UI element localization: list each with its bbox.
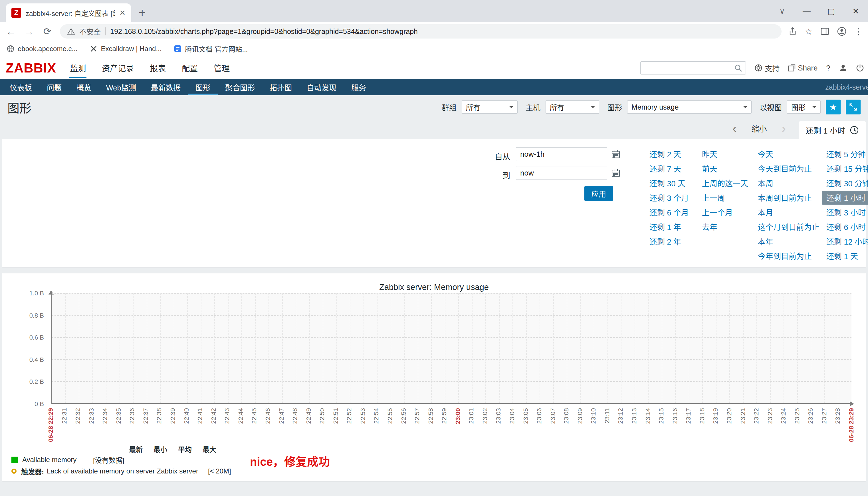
x-tick-label: 23:15	[658, 408, 665, 424]
nav-item-inventory[interactable]: 资产记录	[101, 58, 135, 78]
support-link[interactable]: 支持	[755, 63, 779, 73]
excalidraw-icon	[90, 45, 97, 52]
time-range-link[interactable]: 还剩 3 小时	[826, 205, 868, 219]
security-label[interactable]: 不安全	[79, 26, 101, 36]
subnav-screens[interactable]: 聚合图形	[218, 79, 262, 95]
time-range-label: 还剩 1 小时	[806, 125, 845, 136]
x-tick-label: 22:47	[278, 408, 285, 424]
time-range-link[interactable]: 本月	[758, 205, 820, 219]
profile-avatar-icon[interactable]	[837, 27, 846, 36]
subnav-services[interactable]: 服务	[344, 79, 374, 95]
time-range-link[interactable]: 去年	[702, 219, 748, 234]
time-range-link[interactable]: 还剩 6 个月	[649, 205, 689, 219]
help-link[interactable]: ?	[826, 64, 830, 73]
view-as-select[interactable]: 图形	[787, 100, 821, 113]
time-range-link[interactable]: 今天到目前为止	[758, 161, 820, 176]
subnav-maps[interactable]: 拓扑图	[262, 79, 299, 95]
zoom-out-button[interactable]: 缩小	[751, 123, 767, 134]
grid-line-v	[689, 293, 689, 403]
share-link[interactable]: Share	[788, 64, 818, 73]
subnav-web[interactable]: Web监测	[99, 79, 143, 95]
zabbix-logo[interactable]: ZABBIX	[6, 60, 56, 76]
time-range-link[interactable]: 本周	[758, 176, 820, 190]
from-input[interactable]	[516, 147, 607, 161]
time-range-link[interactable]: 还剩 30 天	[649, 176, 689, 190]
grid-line-v	[350, 293, 350, 403]
user-profile-icon[interactable]	[839, 64, 848, 72]
tab-close-icon[interactable]: ✕	[119, 9, 126, 17]
back-button[interactable]: ←	[5, 26, 17, 37]
tab-search-chevron-icon[interactable]: ∨	[770, 7, 794, 16]
time-range-link[interactable]: 还剩 15 分钟	[826, 161, 868, 176]
series-color-swatch	[12, 456, 18, 463]
browser-tab[interactable]: Z zabbix4-server: 自定义图表 [每 ✕	[6, 3, 131, 22]
time-range-link[interactable]: 还剩 5 分钟	[826, 147, 868, 161]
time-range-link[interactable]: 本周到目前为止	[758, 190, 820, 205]
bookmark-item[interactable]: Excalidraw | Hand...	[90, 45, 161, 53]
host-select[interactable]: 所有	[546, 100, 599, 113]
nav-item-administration[interactable]: 管理	[213, 58, 230, 78]
time-range-link[interactable]: 还剩 6 小时	[826, 219, 868, 234]
time-range-link[interactable]: 昨天	[702, 147, 748, 161]
time-range-link[interactable]: 上一周	[702, 190, 748, 205]
bookmark-item[interactable]: 腾讯文档-官方网站...	[174, 44, 248, 53]
to-calendar-icon[interactable]	[610, 167, 621, 179]
time-range-link[interactable]: 今年到目前为止	[758, 249, 820, 263]
share-icon[interactable]	[788, 27, 797, 36]
time-range-link[interactable]: 还剩 1 年	[649, 219, 689, 234]
time-range-link[interactable]: 上周的这一天	[702, 176, 748, 190]
nav-item-reports[interactable]: 报表	[149, 58, 167, 78]
apply-button[interactable]: 应用	[584, 186, 613, 201]
new-tab-button[interactable]: +	[139, 7, 146, 19]
time-back-button[interactable]: ‹	[732, 122, 737, 135]
subnav-problems[interactable]: 问题	[40, 79, 69, 95]
to-input[interactable]	[516, 166, 607, 180]
nav-item-monitoring[interactable]: 监测	[69, 58, 86, 78]
share-label: Share	[798, 64, 818, 73]
browser-menu-icon[interactable]: ⋮	[854, 27, 863, 36]
subnav-latest-data[interactable]: 最新数据	[143, 79, 188, 95]
time-range-link[interactable]: 今天	[758, 147, 820, 161]
time-range-link[interactable]: 本年	[758, 234, 820, 249]
bookmark-item[interactable]: ebook.apecome.c...	[7, 45, 77, 53]
bookmark-star-icon[interactable]: ☆	[805, 27, 812, 36]
subnav-discovery[interactable]: 自动发现	[299, 79, 344, 95]
kiosk-mode-button[interactable]	[846, 99, 861, 114]
time-range-link[interactable]: 还剩 2 年	[649, 234, 689, 249]
time-range-link[interactable]: 这个月到目前为止	[758, 219, 820, 234]
time-range-link[interactable]: 前天	[702, 161, 748, 176]
grid-line-v	[838, 293, 838, 403]
window-close-button[interactable]: ✕	[843, 6, 868, 16]
url-text[interactable]: 192.168.0.105/zabbix/charts.php?page=1&g…	[110, 27, 418, 36]
time-range-link[interactable]: 还剩 30 分钟	[826, 176, 868, 190]
subnav-dashboard[interactable]: 仪表板	[2, 79, 40, 95]
subnav-overview[interactable]: 概览	[69, 79, 99, 95]
time-range-link[interactable]: 还剩 2 天	[649, 147, 689, 161]
from-calendar-icon[interactable]	[610, 149, 621, 160]
logout-icon[interactable]	[856, 64, 864, 72]
window-minimize-button[interactable]: —	[794, 6, 819, 16]
time-filter-panel: 自从 到 应用 还剩 2 天还剩 7 天还剩 30 天还剩 3 个月还剩 6 个…	[2, 139, 866, 267]
url-bar[interactable]: 不安全 192.168.0.105/zabbix/charts.php?page…	[60, 24, 782, 38]
plot-area[interactable]	[51, 293, 851, 404]
nav-item-configuration[interactable]: 配置	[181, 58, 198, 78]
global-search-input[interactable]	[640, 61, 746, 75]
x-tick-label: 22:48	[291, 408, 299, 424]
time-range-tab[interactable]: 还剩 1 小时	[799, 121, 866, 139]
window-maximize-button[interactable]: ▢	[819, 6, 843, 16]
graph-select[interactable]: Memory usage	[627, 100, 752, 113]
grid-line-v	[445, 293, 445, 403]
time-range-link[interactable]: 还剩 12 小时	[826, 234, 868, 249]
time-range-link[interactable]: 还剩 7 天	[649, 161, 689, 176]
time-range-link[interactable]: 还剩 1 天	[826, 249, 868, 263]
x-tick-label: 23:19	[712, 408, 719, 424]
add-to-favorites-button[interactable]: ★	[826, 99, 841, 114]
side-panel-icon[interactable]	[821, 27, 829, 35]
group-select[interactable]: 所有	[462, 100, 518, 113]
subnav-graphs[interactable]: 图形	[188, 79, 218, 95]
time-range-link[interactable]: 上一个月	[702, 205, 748, 219]
time-range-link[interactable]: 还剩 3 个月	[649, 190, 689, 205]
omnibox-divider	[105, 27, 106, 35]
time-range-link[interactable]: 还剩 1 小时	[826, 190, 868, 205]
reload-button[interactable]: ⟳	[42, 26, 53, 37]
